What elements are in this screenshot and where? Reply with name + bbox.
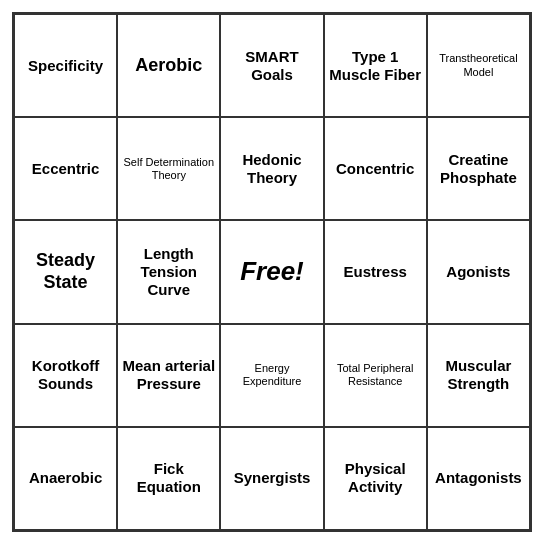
cell-text-22: Synergists (234, 469, 311, 487)
bingo-cell-20: Anaerobic (14, 427, 117, 530)
bingo-cell-8: Concentric (324, 117, 427, 220)
bingo-cell-7: Hedonic Theory (220, 117, 323, 220)
bingo-cell-11: Length Tension Curve (117, 220, 220, 323)
bingo-cell-3: Type 1 Muscle Fiber (324, 14, 427, 117)
cell-text-12: Free! (240, 256, 304, 287)
bingo-cell-4: Transtheoretical Model (427, 14, 530, 117)
bingo-cell-10: Steady State (14, 220, 117, 323)
bingo-cell-0: Specificity (14, 14, 117, 117)
cell-text-8: Concentric (336, 160, 414, 178)
cell-text-1: Aerobic (135, 55, 202, 77)
cell-text-11: Length Tension Curve (122, 245, 215, 299)
cell-text-20: Anaerobic (29, 469, 102, 487)
cell-text-23: Physical Activity (329, 460, 422, 496)
bingo-cell-21: Fick Equation (117, 427, 220, 530)
bingo-cell-9: Creatine Phosphate (427, 117, 530, 220)
cell-text-0: Specificity (28, 57, 103, 75)
cell-text-2: SMART Goals (225, 48, 318, 84)
bingo-cell-22: Synergists (220, 427, 323, 530)
bingo-cell-18: Total Peripheral Resistance (324, 324, 427, 427)
cell-text-13: Eustress (344, 263, 407, 281)
cell-text-5: Eccentric (32, 160, 100, 178)
cell-text-18: Total Peripheral Resistance (329, 362, 422, 388)
cell-text-24: Antagonists (435, 469, 522, 487)
cell-text-16: Mean arterial Pressure (122, 357, 215, 393)
cell-text-10: Steady State (19, 250, 112, 293)
bingo-cell-12: Free! (220, 220, 323, 323)
bingo-cell-16: Mean arterial Pressure (117, 324, 220, 427)
cell-text-9: Creatine Phosphate (432, 151, 525, 187)
bingo-cell-13: Eustress (324, 220, 427, 323)
bingo-cell-23: Physical Activity (324, 427, 427, 530)
cell-text-17: Energy Expenditure (225, 362, 318, 388)
bingo-cell-14: Agonists (427, 220, 530, 323)
cell-text-6: Self Determination Theory (122, 156, 215, 182)
cell-text-19: Muscular Strength (432, 357, 525, 393)
bingo-cell-15: Korotkoff Sounds (14, 324, 117, 427)
cell-text-3: Type 1 Muscle Fiber (329, 48, 422, 84)
bingo-cell-5: Eccentric (14, 117, 117, 220)
bingo-cell-24: Antagonists (427, 427, 530, 530)
bingo-cell-1: Aerobic (117, 14, 220, 117)
cell-text-15: Korotkoff Sounds (19, 357, 112, 393)
bingo-cell-6: Self Determination Theory (117, 117, 220, 220)
cell-text-7: Hedonic Theory (225, 151, 318, 187)
cell-text-21: Fick Equation (122, 460, 215, 496)
bingo-cell-17: Energy Expenditure (220, 324, 323, 427)
cell-text-14: Agonists (446, 263, 510, 281)
bingo-card: SpecificityAerobicSMART GoalsType 1 Musc… (12, 12, 532, 532)
bingo-cell-2: SMART Goals (220, 14, 323, 117)
bingo-cell-19: Muscular Strength (427, 324, 530, 427)
cell-text-4: Transtheoretical Model (432, 52, 525, 78)
